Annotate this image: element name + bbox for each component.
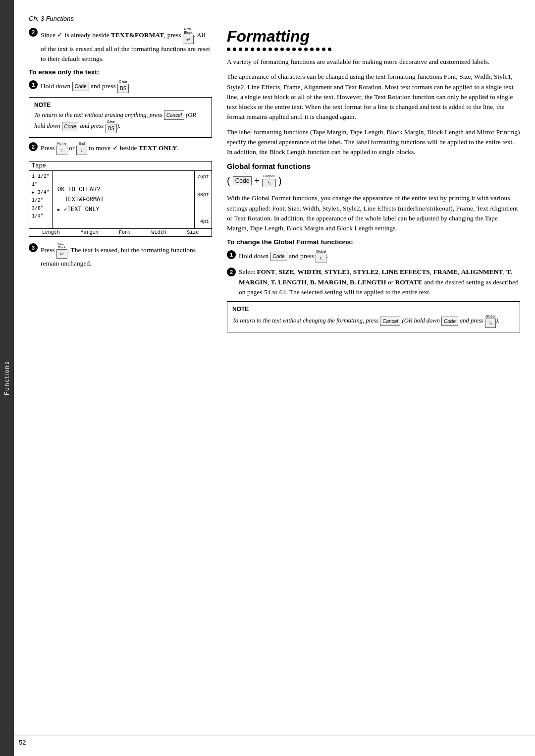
screen-main: OK TO CLEAR? TEXT&FORMAT ▶ ✓TEXT ONLY (53, 171, 194, 228)
erase-step-1-num: 1 (29, 80, 38, 89)
screen-header-tape: Tape (32, 162, 46, 169)
global-para-1: With the Global Format functions, you ch… (227, 193, 520, 233)
dot-7 (263, 48, 266, 51)
note-box-2: NOTE To return to the text without chang… (227, 301, 520, 332)
newblock-key-step3: NewBlock ↵ (56, 243, 67, 259)
screen-sizes: 1 1/2"1"▶ 3/4"1/2"3/8"1/4" (29, 171, 53, 228)
change-step-1-num: 1 (227, 250, 236, 259)
dot-11 (286, 48, 290, 51)
change-step-2-num: 2 (227, 268, 236, 276)
main-content: Ch. 3 Functions 2 Since ✓ is already bes… (14, 0, 535, 351)
two-column-layout: 2 Since ✓ is already beside TEXT&FORMAT,… (29, 27, 520, 336)
note-1-label: NOTE (34, 102, 207, 108)
bullet-2-item: 2 Since ✓ is already beside TEXT&FORMAT,… (29, 27, 212, 64)
note-1-text: To return to the text without erasing an… (34, 110, 207, 134)
open-paren: ( (227, 175, 230, 187)
change-heading: To change the Global Format functions: (227, 238, 520, 246)
code-key: Code (72, 82, 89, 91)
screen-right: 76pt38pt4pt (194, 171, 212, 228)
erase-step-3: 3 Press NewBlock ↵ . The text is erased,… (29, 243, 212, 269)
clear-bs-key: Clear BS (117, 80, 129, 93)
erase-step-1: 1 Hold down Code and press Clear BS . (29, 80, 212, 93)
left-column: 2 Since ✓ is already beside TEXT&FORMAT,… (29, 27, 212, 336)
dot-18 (328, 48, 331, 51)
erase-step-2-num: 2 (29, 142, 38, 151)
global-formula: ( Code + Global ¹ᵢ ) (227, 174, 520, 187)
screen-line1: OK TO CLEAR? (57, 185, 189, 195)
new-block-key: NewBlock ↵ (183, 27, 194, 44)
erase-step-2: 2 Press Home ↑ or End ↓ to move ✓ beside… (29, 142, 212, 155)
end-key: End ↓ (76, 142, 87, 155)
note-2-label: NOTE (232, 306, 515, 313)
cancel-key-note1: Cancel (164, 110, 184, 120)
page-title: Formatting (227, 27, 520, 46)
clear-bs-key-note1: Clear BS (106, 120, 117, 133)
footer-font: Font (119, 230, 131, 235)
change-step-2: 2 Select FONT, SIZE, WIDTH, STYLE1, STYL… (227, 267, 520, 297)
screen-footer: Length Margin Font Width Size (29, 228, 212, 236)
bullet-2-content: Since ✓ is already beside TEXT&FORMAT, p… (41, 27, 212, 64)
dot-17 (322, 48, 325, 51)
footer-length: Length (42, 230, 60, 235)
plus-sign: + (254, 176, 260, 186)
dot-2 (233, 48, 236, 51)
change-step-1: 1 Hold down Code and press Global ¹ᵢ . (227, 250, 520, 263)
change-step-2-content: Select FONT, SIZE, WIDTH, STYLE1, STYLE2… (239, 267, 520, 297)
title-dots (227, 48, 520, 51)
global-key: Global ¹ᵢ (262, 174, 276, 187)
code-key-note2: Code (441, 317, 458, 326)
close-paren: ) (278, 175, 282, 187)
dot-15 (310, 48, 314, 51)
erase-step-3-num: 3 (29, 243, 38, 252)
global-heading: Global format functions (227, 162, 520, 170)
footer-width: Width (152, 230, 166, 235)
screen-display: Tape 1 1/2"1"▶ 3/4"1/2"3/8"1/4" OK TO CL… (29, 161, 212, 237)
dot-4 (245, 48, 248, 51)
cancel-key-note2: Cancel (380, 317, 400, 326)
code-key-change: Code (270, 252, 287, 261)
note-box-1: NOTE To return to the text without erasi… (29, 97, 212, 138)
footer-margin: Margin (80, 230, 98, 235)
dot-6 (257, 48, 260, 51)
erase-text-heading: To erase only the text: (29, 68, 212, 76)
dot-9 (274, 48, 278, 51)
screen-line3: ▶ ✓TEXT ONLY (57, 205, 189, 215)
code-key-global: Code (233, 176, 252, 185)
note-2-text: To return to the text without changing t… (232, 315, 515, 328)
page-number: 52 (19, 739, 26, 746)
right-para-2: The appearance of characters can be chan… (227, 72, 520, 122)
right-para-1: A variety of formatting functions are av… (227, 57, 520, 67)
dot-5 (251, 48, 254, 51)
erase-step-3-content: Press NewBlock ↵ . The text is erased, b… (41, 243, 212, 269)
dot-14 (304, 48, 308, 51)
bottom-rule (14, 736, 535, 736)
global-key-step1: Global ¹ᵢ (316, 250, 326, 263)
dot-12 (292, 48, 296, 51)
erase-step-2-content: Press Home ↑ or End ↓ to move ✓ beside T… (41, 142, 212, 155)
dot-8 (268, 48, 272, 51)
right-column: Formatting (227, 27, 520, 336)
dot-16 (316, 48, 320, 51)
dot-13 (298, 48, 302, 51)
global-key-note2: Global ¹ᵢ (485, 315, 496, 328)
right-para-3: The label formatting functions (Tape Mar… (227, 127, 520, 158)
home-key: Home ↑ (56, 142, 67, 155)
dot-3 (239, 48, 242, 51)
bullet-2-number: 2 (29, 28, 38, 37)
erase-step-1-content: Hold down Code and press Clear BS . (41, 80, 212, 93)
screen-line2: TEXT&FORMAT (57, 195, 189, 205)
chapter-heading: Ch. 3 Functions (29, 15, 520, 22)
code-key-note1: Code (62, 122, 79, 131)
sidebar: Functions (0, 0, 14, 756)
footer-size: Size (187, 230, 199, 235)
change-step-1-content: Hold down Code and press Global ¹ᵢ . (239, 250, 520, 263)
screen-header: Tape (29, 162, 212, 171)
sidebar-label: Functions (3, 361, 10, 395)
dot-10 (280, 48, 284, 51)
dot-1 (227, 48, 230, 51)
screen-body: 1 1/2"1"▶ 3/4"1/2"3/8"1/4" OK TO CLEAR? … (29, 171, 212, 228)
